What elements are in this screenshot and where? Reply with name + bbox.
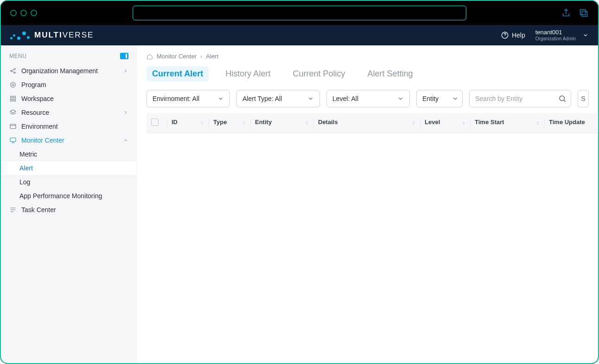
breadcrumb-separator: › xyxy=(200,53,202,60)
tab-history-alert[interactable]: History Alert xyxy=(220,66,276,82)
column-time-start[interactable]: Time Start xyxy=(470,113,544,133)
sidebar-item-environment[interactable]: Environment xyxy=(1,119,137,133)
filter-label: Entity xyxy=(422,95,439,102)
grid-icon xyxy=(9,95,17,102)
svg-point-14 xyxy=(560,96,565,101)
target-icon xyxy=(9,81,17,88)
tenant-role: Organization Admin xyxy=(535,36,576,42)
sort-icon xyxy=(411,120,416,126)
column-time-update[interactable]: Time Update xyxy=(544,113,598,133)
sidebar-item-resource[interactable]: Resource xyxy=(1,106,137,119)
address-bar[interactable] xyxy=(133,6,466,20)
sort-icon xyxy=(461,120,466,126)
svg-rect-12 xyxy=(10,124,16,128)
home-icon[interactable] xyxy=(147,53,153,60)
chevron-right-icon xyxy=(123,110,128,115)
tenant-menu[interactable]: tenant001 Organization Admin xyxy=(535,29,589,41)
search-input[interactable] xyxy=(469,90,571,107)
column-label: Time Update xyxy=(549,119,585,126)
filter-entity-field[interactable]: Entity xyxy=(416,90,463,107)
svg-rect-9 xyxy=(13,96,15,98)
filter-label: Alert Type: All xyxy=(242,95,282,102)
sidebar-subitem-log[interactable]: Log xyxy=(1,175,137,189)
column-label: Type xyxy=(213,119,227,126)
tab-label: History Alert xyxy=(225,69,270,78)
table-header-row: ID Type Entity Details Level Time Start … xyxy=(147,113,598,133)
help-icon xyxy=(501,31,509,39)
topbar: MULTIVERSE Help tenant001 Organization A… xyxy=(1,25,598,45)
window-dot[interactable] xyxy=(31,10,37,16)
filter-environment[interactable]: Envirnoment: All xyxy=(147,90,230,107)
layers-icon xyxy=(9,109,17,116)
column-label: ID xyxy=(172,119,178,126)
sidebar-item-program[interactable]: Program xyxy=(1,78,137,92)
svg-point-5 xyxy=(14,72,16,74)
sidebar-item-label: Log xyxy=(19,178,30,186)
sidebar-subitem-alert[interactable]: Alert xyxy=(1,161,137,175)
column-label: Time Start xyxy=(475,119,504,126)
main-content: Monitor Center › Alert Current Alert His… xyxy=(137,45,598,363)
help-label: Help xyxy=(512,31,525,39)
sidebar-item-label: Task Center xyxy=(21,206,56,213)
search-icon[interactable] xyxy=(558,94,567,103)
sidebar-subitem-metric[interactable]: Metric xyxy=(1,147,137,161)
filters-bar: Envirnoment: All Alert Type: All Level: … xyxy=(137,86,598,113)
browser-actions xyxy=(561,8,589,18)
filter-overflow-glyph: S xyxy=(581,95,585,102)
window-dot[interactable] xyxy=(10,10,17,16)
svg-rect-10 xyxy=(11,99,13,101)
column-type[interactable]: Type xyxy=(209,113,250,133)
column-entity[interactable]: Entity xyxy=(250,113,313,133)
tab-current-alert[interactable]: Current Alert xyxy=(147,66,209,82)
tab-label: Current Alert xyxy=(152,69,203,78)
tab-label: Alert Setting xyxy=(367,69,413,78)
sidebar-item-label: Resource xyxy=(21,109,49,116)
window-controls xyxy=(10,10,37,16)
sidebar-subitem-apm[interactable]: App Performance Monitoring xyxy=(1,189,137,203)
copy-icon[interactable] xyxy=(579,8,589,18)
window-dot[interactable] xyxy=(20,10,27,16)
filter-label: Envirnoment: All xyxy=(153,95,199,102)
chevron-right-icon xyxy=(123,68,128,74)
tab-label: Current Policy xyxy=(293,69,345,78)
monitor-icon xyxy=(9,137,17,144)
chevron-down-icon xyxy=(217,95,224,102)
sidebar-item-organization-management[interactable]: Organization Management xyxy=(1,64,137,78)
filter-overflow-button[interactable]: S xyxy=(578,90,589,107)
sort-icon xyxy=(535,120,541,126)
tab-current-policy[interactable]: Current Policy xyxy=(287,66,350,82)
breadcrumb-item[interactable]: Monitor Center xyxy=(157,53,197,60)
column-details[interactable]: Details xyxy=(313,113,420,133)
sidebar-collapse-toggle[interactable] xyxy=(120,53,128,59)
sidebar-item-label: Workspace xyxy=(21,95,54,102)
sidebar-item-label: App Performance Monitoring xyxy=(19,192,102,200)
column-checkbox xyxy=(147,113,167,133)
filter-level[interactable]: Level: All xyxy=(326,90,410,107)
sort-icon xyxy=(304,120,310,126)
tab-alert-setting[interactable]: Alert Setting xyxy=(362,66,418,82)
svg-point-3 xyxy=(11,70,12,72)
chevron-down-icon xyxy=(307,95,314,102)
sidebar-item-label: Environment xyxy=(21,123,58,130)
nav-list: Organization Management Program Workspac… xyxy=(1,64,137,217)
breadcrumb-current: Alert xyxy=(206,53,218,60)
svg-rect-0 xyxy=(582,11,587,16)
select-all-checkbox[interactable] xyxy=(151,119,159,126)
sidebar-item-label: Program xyxy=(21,81,46,88)
chevron-down-icon xyxy=(452,95,459,102)
app-root: MULTIVERSE Help tenant001 Organization A… xyxy=(1,25,598,363)
sidebar-item-label: Organization Management xyxy=(21,67,98,75)
sidebar-item-monitor-center[interactable]: Monitor Center xyxy=(1,133,137,147)
share-icon[interactable] xyxy=(561,8,571,18)
brand-logo[interactable]: MULTIVERSE xyxy=(10,31,94,40)
sidebar-item-label: Alert xyxy=(19,164,33,172)
filter-alert-type[interactable]: Alert Type: All xyxy=(236,90,320,107)
svg-rect-13 xyxy=(10,138,16,142)
chevron-down-icon xyxy=(397,95,404,102)
help-link[interactable]: Help xyxy=(501,31,525,39)
sidebar-item-task-center[interactable]: Task Center xyxy=(1,203,137,217)
svg-rect-11 xyxy=(13,99,15,101)
column-level[interactable]: Level xyxy=(420,113,470,133)
column-id[interactable]: ID xyxy=(167,113,209,133)
sidebar-item-workspace[interactable]: Workspace xyxy=(1,92,137,106)
